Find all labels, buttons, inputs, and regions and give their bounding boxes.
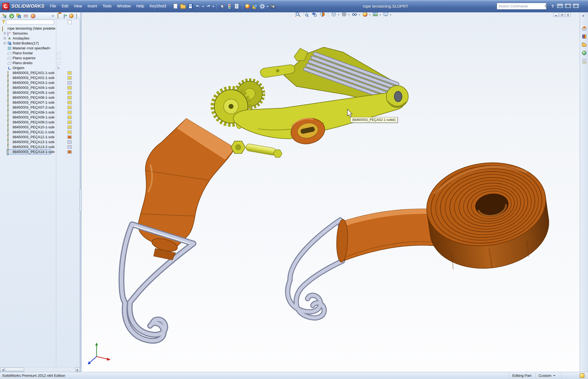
display-pane-header-icon[interactable] — [68, 20, 72, 24]
menu-help[interactable]: Help — [133, 0, 147, 12]
tree-item-solid[interactable]: 88450003_PEÇA11-1-solid1 — [0, 130, 80, 135]
menu-file[interactable]: File — [47, 0, 59, 12]
tree-item-solid[interactable]: 88450003_PEÇA05-1-solid1 — [0, 90, 80, 95]
options-gear-icon[interactable] — [259, 3, 266, 10]
expand-icon[interactable] — [4, 32, 6, 35]
scroll-right-button[interactable] — [75, 368, 80, 372]
document-minimize-button[interactable] — [553, 13, 559, 17]
appearance-swatch[interactable] — [67, 86, 72, 89]
appearance-swatch[interactable] — [67, 111, 72, 114]
design-library-icon[interactable] — [581, 33, 587, 39]
dropdown-caret[interactable] — [202, 6, 204, 8]
appearances-scenes-icon[interactable] — [581, 50, 587, 56]
save-icon[interactable] — [187, 3, 194, 10]
scroll-left-button[interactable] — [0, 368, 5, 372]
tree-item-solid[interactable]: 88450003_PEÇA13-2-solid1 — [0, 145, 80, 149]
quick-tips-icon[interactable] — [580, 373, 584, 378]
dropdown-caret[interactable] — [212, 6, 215, 8]
menu-tools[interactable]: Tools — [100, 0, 114, 12]
window-minimize-button[interactable] — [556, 3, 564, 9]
menu-view[interactable]: View — [71, 0, 85, 12]
appearance-swatch[interactable] — [67, 135, 72, 139]
tree-root-item[interactable]: rope tensioning (Valor predeterm — [0, 26, 80, 31]
tree-item-solid[interactable]: 88450003_PEÇA13-1-solid1 — [0, 140, 80, 145]
search-icon[interactable] — [544, 4, 549, 9]
tab-dimxpertmanager[interactable] — [23, 13, 29, 19]
assembly-tools-icon[interactable] — [252, 3, 258, 10]
appearance-swatch[interactable] — [67, 116, 72, 119]
appearance-swatch[interactable] — [67, 150, 72, 154]
tree-item-sensores[interactable]: Sensores — [0, 31, 80, 36]
tab-propertymanager[interactable] — [9, 13, 14, 19]
appearance-swatch[interactable] — [67, 96, 72, 99]
menu-insert[interactable]: Insert — [85, 0, 100, 12]
rebuild-icon[interactable] — [226, 3, 233, 10]
dropdown-caret[interactable] — [379, 15, 381, 16]
world-icon[interactable] — [64, 13, 64, 19]
home-icon[interactable] — [58, 13, 58, 19]
tree-item-solid[interactable]: 88450003_PEÇA09-2-solid1 — [0, 120, 80, 125]
document-restore-button[interactable] — [559, 13, 565, 17]
appearance-swatch[interactable] — [67, 121, 72, 124]
document-page-icon[interactable] — [76, 13, 77, 19]
dropdown-caret[interactable] — [553, 375, 555, 377]
tree-item-solid[interactable]: 88450003_PEÇA03-1-solid1 — [0, 80, 80, 85]
tree-item-solid[interactable]: 88450003_PEÇA10-1-solid1 — [0, 125, 80, 130]
tab-displaymanager[interactable] — [30, 13, 36, 19]
filter-funnel-icon[interactable] — [2, 20, 5, 24]
help-icon[interactable]: ? — [549, 0, 556, 12]
configuration-selector[interactable]: Custom — [536, 373, 561, 378]
dropdown-caret[interactable] — [338, 15, 339, 16]
tree-item-origem[interactable]: Origem — [0, 66, 80, 70]
tree-item-solid[interactable]: 88450003_PEÇA12-1-solid1 — [0, 135, 80, 140]
tree-item-solid[interactable]: 88450003_PEÇA02-1-solid1 — [0, 75, 80, 80]
dropdown-caret[interactable] — [369, 15, 371, 16]
appearance-swatch[interactable] — [67, 76, 72, 80]
tree-item-plano-frontal[interactable]: Plano frontal — [0, 51, 80, 56]
appearance-swatch[interactable] — [67, 140, 72, 144]
edit-appearance-icon[interactable] — [244, 3, 251, 10]
dropdown-caret[interactable] — [390, 15, 392, 16]
tree-item-solid[interactable]: 88450003_PEÇA06-1-solid1 — [0, 95, 80, 100]
tab-configurationmanager[interactable] — [16, 13, 21, 19]
appearance-swatch[interactable] — [67, 71, 72, 75]
tree-item-solid[interactable]: 88450003_PEÇA08-1-solid1 — [0, 110, 80, 115]
dropdown-caret[interactable] — [348, 15, 350, 16]
search-commands-input[interactable] — [497, 4, 544, 8]
appearance-swatch[interactable] — [67, 106, 72, 109]
tree-item-plano-direito[interactable]: Plano direito — [0, 61, 80, 66]
tree-item-solid[interactable]: 88450003_PEÇA04-1-solid1 — [0, 85, 80, 90]
collapse-panel-button[interactable]: « — [50, 12, 55, 19]
select-icon[interactable] — [219, 3, 225, 10]
scrollbar-thumb[interactable] — [5, 368, 24, 372]
appearance-swatch[interactable] — [67, 145, 72, 149]
tree-item-solid[interactable]: 88450003_PEÇA07-2-solid1 — [0, 105, 80, 110]
task-pane-close-icon[interactable]: × — [582, 14, 584, 18]
panel-splitter-handle[interactable] — [80, 189, 82, 212]
expand-icon[interactable] — [4, 37, 6, 39]
document-close-button[interactable]: × — [565, 13, 571, 17]
appearance-swatch[interactable] — [67, 91, 72, 94]
tree-item-solid-selected[interactable]: 88450003_PEÇA14-1-solid1 — [0, 149, 80, 154]
tree-item-solid[interactable]: 88450003_PEÇA01-1-solid1 — [0, 70, 80, 75]
screen-capture-icon[interactable] — [269, 3, 276, 10]
new-document-icon[interactable] — [172, 3, 179, 10]
appearance-swatch[interactable] — [67, 101, 72, 104]
undo-icon[interactable] — [195, 3, 201, 10]
feature-filter-input[interactable] — [6, 20, 54, 24]
window-close-button[interactable]: × — [572, 3, 579, 9]
tree-item-solid[interactable]: 88450003_PEÇA07-1-solid1 — [0, 100, 80, 105]
expand-icon[interactable] — [4, 42, 6, 44]
menu-edit[interactable]: Edit — [59, 0, 71, 12]
dropdown-caret[interactable] — [266, 6, 269, 8]
tree-item-material[interactable]: Material <not specified> — [0, 46, 80, 51]
file-explorer-icon[interactable] — [581, 42, 587, 48]
appearances-ball-icon[interactable] — [69, 14, 74, 18]
appearance-swatch[interactable] — [67, 126, 72, 129]
solidworks-resources-icon[interactable] — [581, 25, 587, 31]
appearance-swatch[interactable] — [67, 131, 72, 134]
custom-properties-icon[interactable] — [581, 58, 587, 64]
tab-featuremanager[interactable] — [2, 13, 7, 19]
open-icon[interactable] — [180, 3, 186, 10]
menu-window[interactable]: Window — [114, 0, 134, 12]
